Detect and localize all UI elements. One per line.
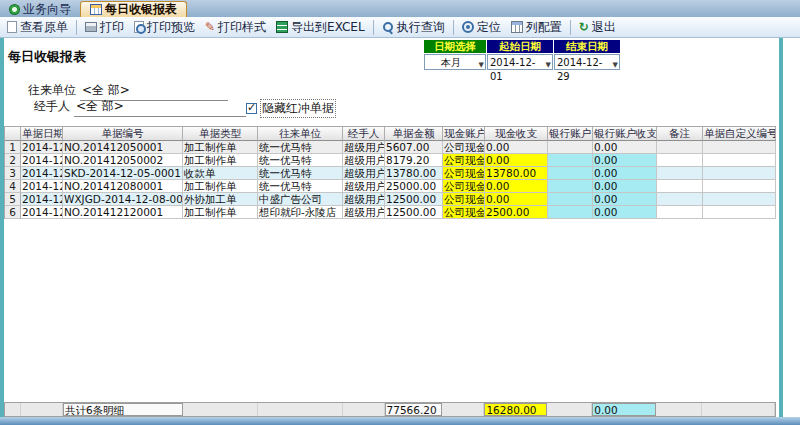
table-cell: 13780.00 [485, 167, 548, 180]
column-header[interactable]: 现金账户 [443, 127, 485, 141]
table-cell: 0.00 [593, 154, 657, 167]
column-header[interactable]: 单据金额 [385, 127, 443, 141]
column-header[interactable]: 单据类型 [183, 127, 258, 141]
page-title: 每日收银报表 [8, 48, 86, 66]
column-header[interactable] [5, 127, 21, 141]
date-mode-header: 日期选择 [424, 40, 486, 53]
excel-icon [276, 21, 288, 33]
column-header[interactable]: 往来单位 [258, 127, 343, 141]
locate-button[interactable]: 定位 [458, 18, 505, 37]
table-cell: 统一优马特 [258, 167, 343, 180]
table-cell: 2014-12-0 [21, 193, 63, 206]
summary-cash-total: 16280.00 [484, 403, 547, 416]
start-date-select[interactable]: 2014-12-01 ▼ [487, 54, 553, 70]
spreadsheet-icon [90, 4, 102, 15]
exit-button[interactable]: ↻ 退出 [575, 18, 620, 37]
summary-cell [702, 403, 775, 416]
print-style-button[interactable]: ✎ 打印样式 [201, 18, 270, 37]
table-cell: 加工制作单 [183, 154, 258, 167]
button-label: 列配置 [526, 19, 562, 36]
button-label: 执行查询 [397, 19, 445, 36]
tab-label: 业务向导 [23, 1, 71, 18]
tab-business-wizard[interactable]: 业务向导 [0, 1, 80, 17]
row-number: 6 [5, 206, 21, 219]
table-cell [703, 206, 776, 219]
button-label: 打印样式 [218, 19, 266, 36]
chevron-down-icon[interactable]: ▼ [479, 58, 484, 72]
column-config-button[interactable]: 列配置 [507, 18, 566, 37]
column-header[interactable]: 经手人 [343, 127, 385, 141]
table-cell: 公司现金 [443, 193, 485, 206]
table-cell: 0.00 [485, 141, 548, 154]
row-number: 4 [5, 180, 21, 193]
date-filter-values: 本月 ▼ 2014-12-01 ▼ 2014-12-29 ▼ [424, 54, 620, 70]
hide-reversed-checkbox[interactable]: ✓ 隐藏红冲单据 [246, 99, 336, 118]
tab-label: 每日收银报表 [105, 1, 177, 18]
print-preview-button[interactable]: 打印预览 [130, 18, 199, 37]
table-cell: 2014-12-0 [21, 167, 63, 180]
search-icon [382, 21, 394, 33]
table-cell: NO.201412080001 [63, 180, 183, 193]
table-cell: 超级用户 [343, 167, 385, 180]
chevron-down-icon[interactable]: ▼ [546, 58, 551, 72]
table-row[interactable]: 52014-12-0WXJGD-2014-12-08-0002外协加工单中盛广告… [5, 193, 776, 206]
table-cell: 25000.00 [385, 180, 443, 193]
end-date-select[interactable]: 2014-12-29 ▼ [554, 54, 620, 70]
table-cell: 12500.00 [385, 206, 443, 219]
check-mark-icon: ✓ [247, 101, 256, 114]
tab-daily-cash-report[interactable]: 每日收银报表 [80, 1, 187, 17]
column-header[interactable]: 银行账户 [548, 127, 593, 141]
table-row[interactable]: 12014-12-0NO.201412050001加工制作单统一优马特超级用户5… [5, 141, 776, 154]
table-cell: 0.00 [593, 193, 657, 206]
chevron-down-icon[interactable]: ▼ [613, 58, 618, 72]
table-row[interactable]: 42014-12-0NO.201412080001加工制作单统一优马特超级用户2… [5, 180, 776, 193]
table-cell [657, 154, 703, 167]
table-row[interactable]: 32014-12-0SKD-2014-12-05-0001收款单统一优马特超级用… [5, 167, 776, 180]
checkbox-icon[interactable]: ✓ [246, 103, 257, 114]
summary-cell [442, 403, 484, 416]
column-header[interactable]: 单据自定义编号 [703, 127, 776, 141]
summary-row: 共计6条明细 77566.20 16280.00 0.00 [4, 402, 776, 417]
unit-filter-label: 往来单位 [28, 83, 76, 97]
date-mode-select[interactable]: 本月 ▼ [424, 54, 486, 70]
table-cell: 13780.00 [385, 167, 443, 180]
table-cell [703, 167, 776, 180]
button-label: 查看原单 [20, 19, 68, 36]
exit-icon: ↻ [579, 21, 589, 33]
table-cell: 0.00 [593, 180, 657, 193]
table-cell: NO.201412050002 [63, 154, 183, 167]
table-cell [548, 167, 593, 180]
table-cell [703, 180, 776, 193]
column-header[interactable]: 现金收支 [485, 127, 548, 141]
table-row[interactable]: 22014-12-0NO.201412050002加工制作单统一优马特超级用户8… [5, 154, 776, 167]
table-cell: 外协加工单 [183, 193, 258, 206]
tab-bar: 业务向导 每日收银报表 [0, 0, 800, 17]
table-row[interactable]: 62014-12-1NO.201412120001加工制作单想印就印-永陵店超级… [5, 206, 776, 219]
toolbar: 查看原单 打印 打印预览 ✎ 打印样式 导出到EXCEL 执行查询 定位 [0, 17, 800, 38]
summary-cell [183, 403, 258, 416]
column-header[interactable]: 单据编号 [63, 127, 183, 141]
view-original-button[interactable]: 查看原单 [3, 18, 72, 37]
table-cell: 2500.00 [485, 206, 548, 219]
table-cell: 0.00 [593, 167, 657, 180]
toolbar-separator [453, 20, 454, 35]
column-header[interactable]: 备注 [657, 127, 703, 141]
table-cell: 2014-12-0 [21, 141, 63, 154]
table-cell: 超级用户 [343, 141, 385, 154]
export-excel-button[interactable]: 导出到EXCEL [272, 18, 369, 37]
summary-bank-total: 0.00 [592, 403, 656, 416]
window-bottom-border [0, 417, 800, 425]
start-date-header: 起始日期 [487, 40, 553, 53]
column-header[interactable]: 银行账户收支 [593, 127, 657, 141]
row-number: 1 [5, 141, 21, 154]
table-cell: 中盛广告公司 [258, 193, 343, 206]
report-table: 单据日期单据编号单据类型往来单位经手人单据金额现金账户现金收支银行账户银行账户收… [4, 126, 776, 219]
column-header[interactable]: 单据日期 [21, 127, 63, 141]
execute-query-button[interactable]: 执行查询 [378, 18, 449, 37]
end-date-header: 结束日期 [554, 40, 620, 53]
print-button[interactable]: 打印 [81, 18, 128, 37]
table-cell: 公司现金 [443, 167, 485, 180]
table-cell: 统一优马特 [258, 180, 343, 193]
handler-filter-value[interactable]: <全 部> [74, 98, 246, 117]
checkbox-label[interactable]: 隐藏红冲单据 [260, 99, 336, 118]
